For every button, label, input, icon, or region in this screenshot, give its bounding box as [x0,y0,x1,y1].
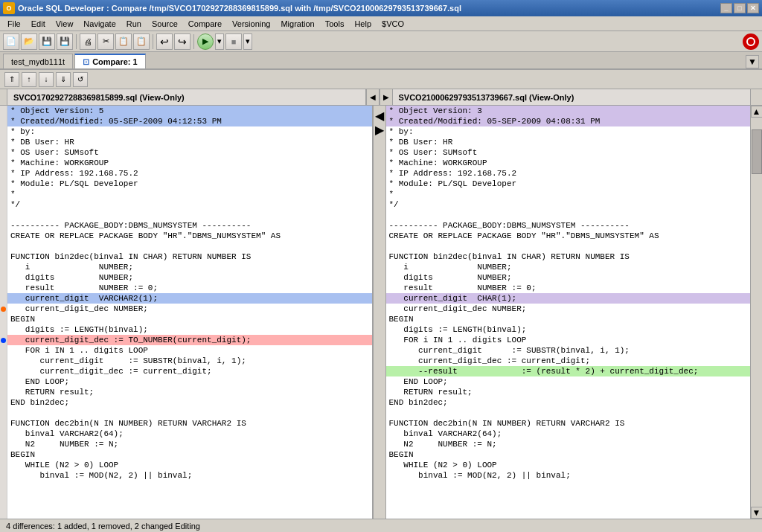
right-line-endloop: END LOOP; [386,376,751,387]
right-line-digitlen: digits := LENGTH(binval); [386,324,751,335]
left-line-digits: digits NUMBER; [7,272,372,283]
open-button[interactable]: 📂 [21,33,37,50]
right-line-blank1 [386,210,751,220]
change-indicator-orange [0,304,7,314]
stop-button[interactable]: ■ [225,33,242,50]
nav-down-last[interactable]: ⇓ [56,72,71,87]
redo-button[interactable]: ↪ [174,33,190,50]
right-line-while: WHILE (N2 > 0) LOOP [386,460,751,470]
menu-edit[interactable]: Edit [27,18,50,30]
right-line-currentdec: current_digit_dec NUMBER; [386,304,751,314]
right-line-osuser: * OS User: SUMsoft [386,147,751,158]
scroll-thumb[interactable] [752,129,762,174]
scrollbar-top [750,89,762,105]
right-line-module: * Module: PL/SQL Developer [386,179,751,189]
right-line-ip: * IP Address: 192.168.75.2 [386,168,751,179]
menu-help[interactable]: Help [350,18,376,30]
save-button[interactable]: 💾 [39,33,55,50]
left-line-result: result NUMBER := 0; [7,283,372,293]
menu-versioning[interactable]: Versioning [228,18,275,30]
scroll-down-button[interactable]: ▼ [751,507,763,519]
middle-right-arrow[interactable]: ▶ [375,123,384,137]
left-line-begin2: BEGIN [7,449,372,460]
app-icon: O [3,2,15,14]
undo-button[interactable]: ↩ [156,33,173,50]
right-code-panel[interactable]: * Object Version: 3* Created/Modified: 0… [386,106,751,519]
menu-compare[interactable]: Compare [184,18,226,30]
left-line-while: WHILE (N2 > 0) LOOP [7,460,372,470]
main-toolbar: 📄 📂 💾 💾 🖨 ✂ 📋 📋 ↩ ↪ ▶ ▾ ■ ▾ [0,31,762,52]
tabs-area: test_mydb111t ⊡ Compare: 1 ▼ [0,52,762,70]
middle-nav-panel[interactable]: ◀ ▶ [373,106,386,519]
nav-refresh[interactable]: ↺ [73,72,88,87]
debug-dropdown[interactable]: ▾ [243,33,252,50]
close-button[interactable]: ✕ [747,3,759,13]
right-line-func1: FUNCTION bin2dec(binval IN CHAR) RETURN … [386,251,751,262]
menu-tools[interactable]: Tools [321,18,349,30]
nav-up[interactable]: ↑ [22,72,36,87]
tab-compare[interactable]: ⊡ Compare: 1 [74,54,146,68]
run-dropdown[interactable]: ▾ [215,33,224,50]
right-line-binassign: binval := MOD(N2, 2) || binval; [386,470,751,481]
menu-file[interactable]: File [3,18,25,30]
right-line-n2: N2 NUMBER := N; [386,439,751,449]
left-line-osuser: * OS User: SUMsoft [7,147,372,158]
middle-nav-up[interactable]: ◀ [366,89,380,105]
menu-vco[interactable]: $VCO [377,18,409,30]
minimize-button[interactable]: _ [720,3,732,13]
left-line-for: FOR i IN 1 .. digits LOOP [7,345,372,356]
right-line-star: * [386,189,751,199]
change-indicator-blue [0,335,7,345]
menu-navigate[interactable]: Navigate [79,18,120,30]
oracle-logo [743,33,759,50]
maximize-button[interactable]: □ [734,3,746,13]
nav-down[interactable]: ↓ [39,72,54,87]
right-line-return: RETURN result; [386,387,751,397]
left-line-version: * Object Version: 5 [7,106,372,116]
left-line-n2: N2 NUMBER := N; [7,439,372,449]
tab-test-mydb[interactable]: test_mydb111t [3,54,73,68]
paste-button[interactable]: 📋 [133,33,150,50]
right-line-machine: * Machine: WORKGROUP [386,158,751,168]
right-line-by: * by: [386,126,751,137]
left-line-current: current_digit VARCHAR2(1); [7,293,372,304]
left-line-vari: i NUMBER; [7,262,372,272]
left-line-return: RETURN result; [7,387,372,397]
new-button[interactable]: 📄 [3,33,19,50]
menu-view[interactable]: View [51,18,78,30]
middle-left-arrow[interactable]: ◀ [375,109,384,123]
print-button[interactable]: 🖨 [80,33,96,50]
left-line-by: * by: [7,126,372,137]
vertical-scrollbar[interactable]: ▲ ▼ [750,106,762,519]
left-line-dbuser: * DB User: HR [7,137,372,147]
menu-run[interactable]: Run [122,18,146,30]
left-line-endloop: END LOOP; [7,376,372,387]
title-bar: O Oracle SQL Developer : Compare /tmp/SV… [0,0,762,16]
run-button[interactable]: ▶ [197,33,214,50]
save-all-button[interactable]: 💾 [57,33,73,50]
menu-migration[interactable]: Migration [276,18,318,30]
left-line-binval: binval VARCHAR2(64); [7,429,372,439]
left-line-currentdec: current_digit_dec NUMBER; [7,304,372,314]
right-line-for: FOR i IN 1 .. digits LOOP [386,335,751,345]
scroll-up-button[interactable]: ▲ [751,106,763,118]
left-code-content: * Object Version: 5* Created/Modified: 0… [7,106,372,481]
left-line-ip: * IP Address: 192.168.75.2 [7,168,372,179]
left-line-module: * Module: PL/SQL Developer [7,179,372,189]
left-line-begin1: BEGIN [7,314,372,324]
left-code-panel[interactable]: * Object Version: 5* Created/Modified: 0… [7,106,373,519]
nav-up-first[interactable]: ⇑ [4,72,19,87]
left-file-name: SVCO1702927288369815899.sql (View-Only) [13,93,185,102]
left-line-tonum: current_digit_dec := TO_NUMBER(current_d… [7,335,372,345]
menu-source[interactable]: Source [147,18,182,30]
tab-dropdown[interactable]: ▼ [746,55,759,68]
copy-button[interactable]: 📋 [115,33,132,50]
right-file-name: SVCO21000629793513739667.sql (View-Only) [399,93,574,102]
right-line-end: */ [386,199,751,210]
status-message: 4 differences: 1 added, 1 removed, 2 cha… [6,522,200,531]
cut-button[interactable]: ✂ [97,33,114,50]
left-line-func2: FUNCTION dec2bin(N IN NUMBER) RETURN VAR… [7,418,372,429]
toolbar-sep-1 [76,34,77,49]
left-change-gutter [0,106,7,519]
middle-nav-down[interactable]: ▶ [380,89,393,105]
